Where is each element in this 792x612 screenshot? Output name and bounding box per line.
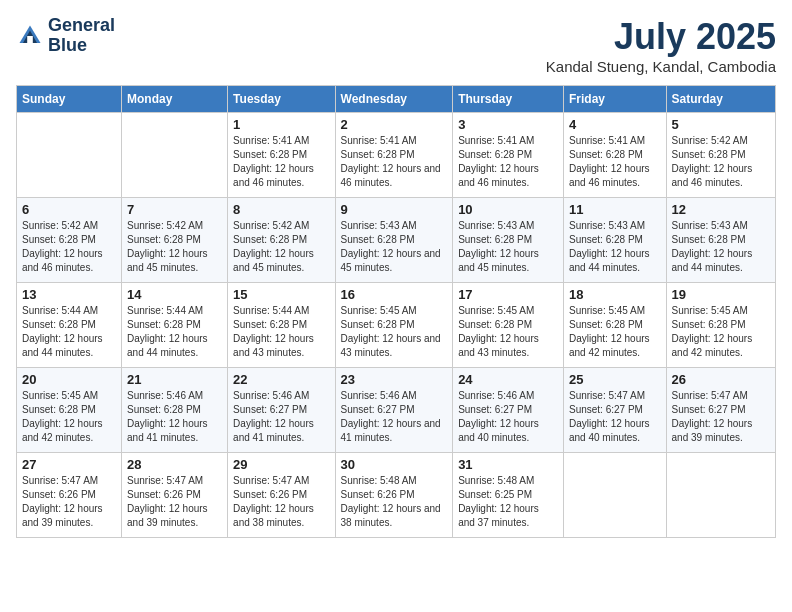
day-info: Sunrise: 5:45 AM Sunset: 6:28 PM Dayligh… (672, 304, 770, 360)
calendar-cell: 7Sunrise: 5:42 AM Sunset: 6:28 PM Daylig… (122, 198, 228, 283)
calendar-cell: 4Sunrise: 5:41 AM Sunset: 6:28 PM Daylig… (563, 113, 666, 198)
day-info: Sunrise: 5:41 AM Sunset: 6:28 PM Dayligh… (233, 134, 329, 190)
calendar-week-row: 20Sunrise: 5:45 AM Sunset: 6:28 PM Dayli… (17, 368, 776, 453)
calendar-cell: 31Sunrise: 5:48 AM Sunset: 6:25 PM Dayli… (453, 453, 564, 538)
day-number: 8 (233, 202, 329, 217)
day-number: 24 (458, 372, 558, 387)
header-thursday: Thursday (453, 86, 564, 113)
calendar-cell: 24Sunrise: 5:46 AM Sunset: 6:27 PM Dayli… (453, 368, 564, 453)
page-header: General Blue July 2025 Kandal Stueng, Ka… (16, 16, 776, 75)
day-number: 17 (458, 287, 558, 302)
day-number: 5 (672, 117, 770, 132)
calendar-cell: 26Sunrise: 5:47 AM Sunset: 6:27 PM Dayli… (666, 368, 775, 453)
day-number: 1 (233, 117, 329, 132)
title-block: July 2025 Kandal Stueng, Kandal, Cambodi… (546, 16, 776, 75)
day-info: Sunrise: 5:44 AM Sunset: 6:28 PM Dayligh… (22, 304, 116, 360)
day-info: Sunrise: 5:45 AM Sunset: 6:28 PM Dayligh… (569, 304, 661, 360)
calendar-week-row: 27Sunrise: 5:47 AM Sunset: 6:26 PM Dayli… (17, 453, 776, 538)
calendar-cell: 9Sunrise: 5:43 AM Sunset: 6:28 PM Daylig… (335, 198, 453, 283)
day-number: 22 (233, 372, 329, 387)
day-info: Sunrise: 5:46 AM Sunset: 6:27 PM Dayligh… (233, 389, 329, 445)
day-number: 13 (22, 287, 116, 302)
day-number: 12 (672, 202, 770, 217)
calendar-cell: 21Sunrise: 5:46 AM Sunset: 6:28 PM Dayli… (122, 368, 228, 453)
header-friday: Friday (563, 86, 666, 113)
day-number: 21 (127, 372, 222, 387)
day-info: Sunrise: 5:43 AM Sunset: 6:28 PM Dayligh… (672, 219, 770, 275)
day-info: Sunrise: 5:43 AM Sunset: 6:28 PM Dayligh… (341, 219, 448, 275)
day-info: Sunrise: 5:42 AM Sunset: 6:28 PM Dayligh… (22, 219, 116, 275)
day-info: Sunrise: 5:46 AM Sunset: 6:28 PM Dayligh… (127, 389, 222, 445)
day-info: Sunrise: 5:43 AM Sunset: 6:28 PM Dayligh… (458, 219, 558, 275)
day-number: 15 (233, 287, 329, 302)
day-number: 30 (341, 457, 448, 472)
day-info: Sunrise: 5:42 AM Sunset: 6:28 PM Dayligh… (233, 219, 329, 275)
day-info: Sunrise: 5:48 AM Sunset: 6:25 PM Dayligh… (458, 474, 558, 530)
calendar-cell: 13Sunrise: 5:44 AM Sunset: 6:28 PM Dayli… (17, 283, 122, 368)
calendar-cell: 25Sunrise: 5:47 AM Sunset: 6:27 PM Dayli… (563, 368, 666, 453)
logo-text: General Blue (48, 16, 115, 56)
day-number: 27 (22, 457, 116, 472)
logo-icon (16, 22, 44, 50)
header-wednesday: Wednesday (335, 86, 453, 113)
day-number: 29 (233, 457, 329, 472)
calendar-cell: 19Sunrise: 5:45 AM Sunset: 6:28 PM Dayli… (666, 283, 775, 368)
day-info: Sunrise: 5:45 AM Sunset: 6:28 PM Dayligh… (458, 304, 558, 360)
day-info: Sunrise: 5:41 AM Sunset: 6:28 PM Dayligh… (341, 134, 448, 190)
day-info: Sunrise: 5:46 AM Sunset: 6:27 PM Dayligh… (458, 389, 558, 445)
calendar-cell: 15Sunrise: 5:44 AM Sunset: 6:28 PM Dayli… (228, 283, 335, 368)
calendar-cell: 18Sunrise: 5:45 AM Sunset: 6:28 PM Dayli… (563, 283, 666, 368)
day-number: 26 (672, 372, 770, 387)
calendar-week-row: 1Sunrise: 5:41 AM Sunset: 6:28 PM Daylig… (17, 113, 776, 198)
calendar-cell: 3Sunrise: 5:41 AM Sunset: 6:28 PM Daylig… (453, 113, 564, 198)
calendar-week-row: 6Sunrise: 5:42 AM Sunset: 6:28 PM Daylig… (17, 198, 776, 283)
calendar-cell: 30Sunrise: 5:48 AM Sunset: 6:26 PM Dayli… (335, 453, 453, 538)
calendar-cell: 6Sunrise: 5:42 AM Sunset: 6:28 PM Daylig… (17, 198, 122, 283)
month-title: July 2025 (546, 16, 776, 58)
day-number: 9 (341, 202, 448, 217)
calendar-cell: 29Sunrise: 5:47 AM Sunset: 6:26 PM Dayli… (228, 453, 335, 538)
day-info: Sunrise: 5:47 AM Sunset: 6:27 PM Dayligh… (569, 389, 661, 445)
calendar-cell: 27Sunrise: 5:47 AM Sunset: 6:26 PM Dayli… (17, 453, 122, 538)
day-number: 28 (127, 457, 222, 472)
header-saturday: Saturday (666, 86, 775, 113)
svg-rect-2 (27, 36, 33, 43)
calendar-header-row: SundayMondayTuesdayWednesdayThursdayFrid… (17, 86, 776, 113)
calendar-cell: 20Sunrise: 5:45 AM Sunset: 6:28 PM Dayli… (17, 368, 122, 453)
day-number: 2 (341, 117, 448, 132)
day-info: Sunrise: 5:46 AM Sunset: 6:27 PM Dayligh… (341, 389, 448, 445)
day-info: Sunrise: 5:42 AM Sunset: 6:28 PM Dayligh… (127, 219, 222, 275)
day-info: Sunrise: 5:45 AM Sunset: 6:28 PM Dayligh… (22, 389, 116, 445)
day-info: Sunrise: 5:47 AM Sunset: 6:26 PM Dayligh… (22, 474, 116, 530)
day-info: Sunrise: 5:47 AM Sunset: 6:26 PM Dayligh… (233, 474, 329, 530)
calendar-cell: 8Sunrise: 5:42 AM Sunset: 6:28 PM Daylig… (228, 198, 335, 283)
calendar-cell: 14Sunrise: 5:44 AM Sunset: 6:28 PM Dayli… (122, 283, 228, 368)
day-number: 31 (458, 457, 558, 472)
day-number: 6 (22, 202, 116, 217)
calendar-cell: 12Sunrise: 5:43 AM Sunset: 6:28 PM Dayli… (666, 198, 775, 283)
calendar-cell (122, 113, 228, 198)
header-sunday: Sunday (17, 86, 122, 113)
header-tuesday: Tuesday (228, 86, 335, 113)
day-number: 18 (569, 287, 661, 302)
calendar-cell: 10Sunrise: 5:43 AM Sunset: 6:28 PM Dayli… (453, 198, 564, 283)
day-info: Sunrise: 5:47 AM Sunset: 6:26 PM Dayligh… (127, 474, 222, 530)
calendar-cell (563, 453, 666, 538)
day-info: Sunrise: 5:41 AM Sunset: 6:28 PM Dayligh… (458, 134, 558, 190)
day-info: Sunrise: 5:47 AM Sunset: 6:27 PM Dayligh… (672, 389, 770, 445)
day-number: 14 (127, 287, 222, 302)
day-info: Sunrise: 5:43 AM Sunset: 6:28 PM Dayligh… (569, 219, 661, 275)
calendar-cell: 1Sunrise: 5:41 AM Sunset: 6:28 PM Daylig… (228, 113, 335, 198)
calendar-cell (666, 453, 775, 538)
day-number: 3 (458, 117, 558, 132)
calendar-cell (17, 113, 122, 198)
day-info: Sunrise: 5:45 AM Sunset: 6:28 PM Dayligh… (341, 304, 448, 360)
calendar-cell: 2Sunrise: 5:41 AM Sunset: 6:28 PM Daylig… (335, 113, 453, 198)
calendar-table: SundayMondayTuesdayWednesdayThursdayFrid… (16, 85, 776, 538)
day-number: 19 (672, 287, 770, 302)
calendar-cell: 16Sunrise: 5:45 AM Sunset: 6:28 PM Dayli… (335, 283, 453, 368)
header-monday: Monday (122, 86, 228, 113)
location: Kandal Stueng, Kandal, Cambodia (546, 58, 776, 75)
day-number: 25 (569, 372, 661, 387)
day-info: Sunrise: 5:44 AM Sunset: 6:28 PM Dayligh… (127, 304, 222, 360)
